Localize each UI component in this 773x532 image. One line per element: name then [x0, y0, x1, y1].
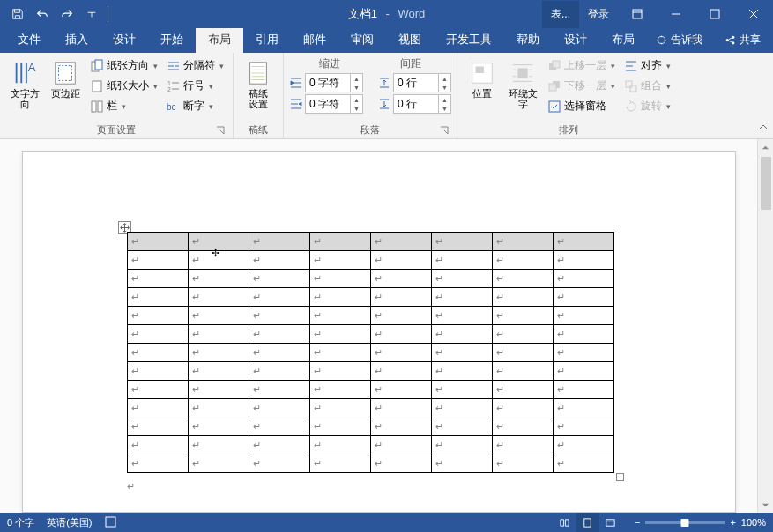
tell-me[interactable]: 告诉我	[647, 27, 711, 53]
table-cell[interactable]: ↵	[370, 417, 431, 436]
table-cell[interactable]: ↵	[309, 399, 370, 417]
share-button[interactable]: 共享	[712, 27, 773, 53]
table-cell[interactable]: ↵	[431, 381, 492, 399]
spin-down[interactable]: ▼	[439, 104, 450, 113]
table-cell[interactable]: ↵	[431, 362, 492, 381]
spin-up[interactable]: ▲	[351, 95, 362, 104]
table-cell[interactable]: ↵	[492, 417, 553, 436]
table-cell[interactable]: ↵	[492, 288, 553, 307]
table-cell[interactable]: ↵	[370, 307, 431, 325]
breaks-button[interactable]: 分隔符▾	[163, 56, 227, 75]
save-button[interactable]	[5, 2, 30, 26]
table-cell[interactable]: ↵	[249, 436, 309, 454]
table-cell[interactable]: ↵	[370, 362, 431, 381]
table-cell[interactable]: ↵	[188, 436, 249, 454]
table-cell[interactable]: ↵	[309, 325, 370, 344]
align-button[interactable]: 对齐▾	[621, 56, 674, 75]
zoom-thumb[interactable]	[681, 519, 689, 527]
table-cell[interactable]: ↵	[553, 344, 613, 362]
macro-icon[interactable]	[105, 516, 116, 529]
tab-help[interactable]: 帮助	[504, 26, 552, 53]
table-cell[interactable]: ↵	[553, 454, 613, 473]
table-cell[interactable]: ↵	[188, 344, 249, 362]
close-button[interactable]	[734, 0, 773, 28]
table-cell[interactable]: ↵	[188, 307, 249, 325]
table-cell[interactable]: ↵	[309, 381, 370, 399]
table-cell[interactable]: ↵	[249, 270, 309, 288]
zoom-in-button[interactable]: +	[730, 517, 735, 528]
redo-button[interactable]	[55, 2, 79, 26]
scroll-thumb[interactable]	[761, 157, 771, 210]
table-cell[interactable]: ↵	[370, 399, 431, 417]
tab-references[interactable]: 引用	[243, 26, 291, 53]
table-cell[interactable]: ↵	[127, 344, 188, 362]
spin-down[interactable]: ▼	[439, 83, 450, 92]
table-cell[interactable]: ↵	[188, 399, 249, 417]
tab-insert[interactable]: 插入	[53, 26, 100, 53]
table-cell[interactable]: ↵	[309, 307, 370, 325]
table-cell[interactable]: ↵	[309, 270, 370, 288]
tab-file[interactable]: 文件	[5, 26, 53, 53]
table-cell[interactable]: ↵	[431, 288, 492, 307]
indent-right-input[interactable]	[306, 98, 350, 110]
print-layout-button[interactable]	[576, 513, 599, 532]
table-cell[interactable]: ↵	[431, 325, 492, 344]
wrap-text-button[interactable]: 环绕文字	[503, 56, 542, 122]
line-numbers-button[interactable]: 12行号▾	[163, 77, 227, 95]
table-cell[interactable]: ↵	[553, 362, 613, 381]
table-cell[interactable]: ↵	[370, 436, 431, 454]
table-cell[interactable]: ↵	[127, 307, 188, 325]
table-cell[interactable]: ↵	[188, 288, 249, 307]
table-resize-handle[interactable]	[616, 473, 624, 481]
zoom-level[interactable]: 100%	[741, 517, 766, 528]
table-cell[interactable]: ↵	[492, 436, 553, 454]
spacing-after-input[interactable]	[394, 98, 438, 110]
tab-layout[interactable]: 布局	[196, 26, 243, 53]
table-cell[interactable]: ↵	[127, 417, 188, 436]
table-cell[interactable]: ↵	[370, 344, 431, 362]
zoom-slider[interactable]	[645, 521, 725, 524]
table-row[interactable]: ↵↵↵↵↵↵↵↵	[127, 307, 613, 325]
spin-down[interactable]: ▼	[351, 104, 362, 113]
table-cell[interactable]: ↵	[553, 436, 613, 454]
table-row[interactable]: ↵↵↵↵↵↵↵↵	[127, 270, 613, 288]
table-cell[interactable]: ↵	[309, 362, 370, 381]
table-cell[interactable]: ↵	[431, 454, 492, 473]
table-cell[interactable]: ↵	[370, 288, 431, 307]
login-label[interactable]: 登录	[579, 1, 618, 28]
table-cell[interactable]: ↵	[249, 288, 309, 307]
table-cell[interactable]: ↵	[127, 381, 188, 399]
table-cell[interactable]: ↵	[553, 307, 613, 325]
table-row[interactable]: ↵↵↵↵↵↵↵↵	[127, 362, 613, 381]
table-cell[interactable]: ↵	[492, 270, 553, 288]
table-cell[interactable]: ↵	[431, 417, 492, 436]
table-cell[interactable]: ↵	[249, 344, 309, 362]
ribbon-display-options[interactable]	[618, 0, 657, 28]
table-cell[interactable]: ↵	[370, 381, 431, 399]
table-cell[interactable]: ↵	[492, 381, 553, 399]
table-cell[interactable]: ↵	[188, 362, 249, 381]
columns-button[interactable]: 栏▾	[86, 97, 161, 115]
vertical-scrollbar[interactable]	[757, 139, 773, 513]
table-cell[interactable]: ↵	[249, 417, 309, 436]
table-cell[interactable]: ↵	[431, 251, 492, 270]
table-cell[interactable]: ↵	[309, 454, 370, 473]
table-cell[interactable]: ↵	[127, 270, 188, 288]
document-table[interactable]: ↵↵↵↵↵↵↵↵↵↵↵↵↵↵↵↵↵↵↵↵↵↵↵↵↵↵↵↵↵↵↵↵↵↵↵↵↵↵↵↵…	[127, 232, 614, 473]
table-cell[interactable]: ↵	[492, 344, 553, 362]
collapse-ribbon-button[interactable]	[759, 122, 768, 135]
table-cell[interactable]: ↵	[188, 270, 249, 288]
table-cell[interactable]: ↵	[249, 233, 309, 251]
indent-left-input[interactable]	[306, 77, 350, 89]
document-scroll[interactable]: ↵↵↵↵↵↵↵↵↵↵↵↵↵↵↵↵↵↵↵↵↵↵↵↵↵↵↵↵↵↵↵↵↵↵↵↵↵↵↵↵…	[0, 139, 757, 513]
table-cell[interactable]: ↵	[431, 399, 492, 417]
table-cell[interactable]: ↵	[553, 251, 613, 270]
table-cell[interactable]: ↵	[249, 362, 309, 381]
read-mode-button[interactable]	[554, 513, 576, 532]
spacing-before-input[interactable]	[394, 77, 438, 89]
paragraph-launcher[interactable]	[439, 126, 450, 137]
table-cell[interactable]: ↵	[431, 436, 492, 454]
selection-pane-button[interactable]: 选择窗格	[544, 97, 619, 115]
word-count[interactable]: 0 个字	[7, 516, 34, 529]
tab-developer[interactable]: 开发工具	[434, 26, 504, 53]
